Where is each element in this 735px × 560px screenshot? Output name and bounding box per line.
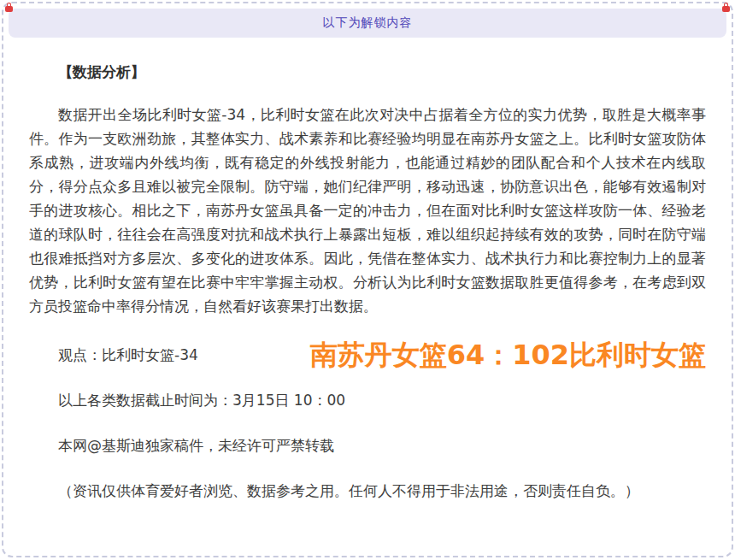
page: 以下为解锁内容 【数据分析】 数据开出全场比利时女篮-34，比利时女篮在此次对决… [0,0,735,560]
section-heading-data-analysis: 【数据分析】 [29,60,706,84]
analysis-paragraph: 数据开出全场比利时女篮-34，比利时女篮在此次对决中占据着全方位的实力优势，取胜… [29,103,706,318]
unlock-banner-label: 以下为解锁内容 [323,15,413,31]
disclaimer-line: （资讯仅供体育爱好者浏览、数据参考之用。任何人不得用于非法用途，否则责任自负。） [29,479,706,503]
unlock-banner: 以下为解锁内容 [9,9,726,38]
lock-icon-left [5,6,13,12]
lock-icon-right [722,6,730,12]
article-content: 【数据分析】 数据开出全场比利时女篮-34，比利时女篮在此次对决中占据着全方位的… [3,38,732,503]
copyright-line: 本网@基斯迪独家稿件，未经许可严禁转载 [29,433,706,457]
viewpoint-row: 观点：比利时女篮-34 南苏丹女篮64：102比利时女篮 [29,337,706,373]
unlocked-content-frame: 以下为解锁内容 【数据分析】 数据开出全场比利时女篮-34，比利时女篮在此次对决… [2,2,733,557]
score-prediction: 南苏丹女篮64：102比利时女篮 [310,343,706,367]
viewpoint-label: 观点：比利时女篮-34 [29,343,198,367]
data-cutoff-line: 以上各类数据截止时间为：3月15日 10：00 [29,388,706,412]
